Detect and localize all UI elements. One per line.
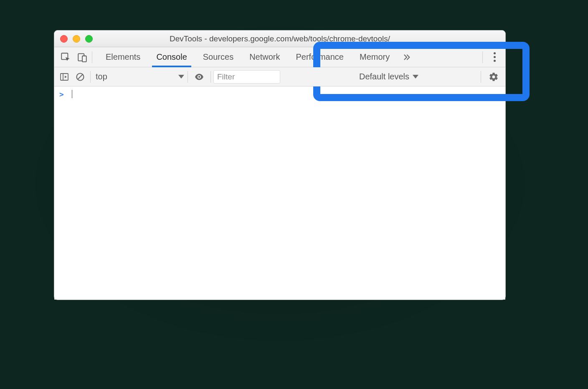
svg-rect-3 — [61, 74, 68, 80]
svg-marker-5 — [65, 76, 67, 78]
devtools-window: DevTools - developers.google.com/web/too… — [54, 30, 506, 300]
tab-elements[interactable]: Elements — [100, 47, 146, 67]
context-label: top — [96, 72, 107, 81]
svg-point-8 — [198, 76, 200, 77]
minimize-window-button[interactable] — [73, 35, 80, 43]
filter-input[interactable] — [213, 70, 280, 84]
tab-label: Network — [249, 52, 280, 62]
panel-tabstrip: Elements Console Sources Network Perform… — [54, 47, 505, 67]
divider — [92, 51, 92, 63]
tab-label: Performance — [296, 52, 344, 62]
titlebar: DevTools - developers.google.com/web/too… — [54, 31, 505, 47]
divider — [481, 71, 481, 83]
console-caret — [72, 90, 72, 98]
tab-performance[interactable]: Performance — [290, 47, 350, 67]
tab-overflow[interactable] — [400, 47, 414, 67]
console-toolbar-right — [481, 71, 505, 83]
live-expression-icon[interactable] — [194, 71, 205, 82]
zoom-window-button[interactable] — [85, 35, 93, 43]
console-toolbar-left — [54, 72, 90, 82]
tab-label: Console — [156, 52, 187, 62]
levels-label: Default levels — [359, 72, 409, 81]
tab-network[interactable]: Network — [243, 47, 286, 67]
clear-console-icon[interactable] — [75, 72, 85, 82]
device-toolbar-icon[interactable] — [77, 52, 88, 63]
tabstrip-right-tools — [482, 47, 505, 67]
tabstrip-left-tools — [54, 47, 92, 67]
close-window-button[interactable] — [60, 35, 68, 43]
chevron-double-right-icon — [402, 53, 411, 62]
console-toolbar: top Default levels — [54, 67, 505, 86]
window-title: DevTools - developers.google.com/web/too… — [54, 34, 505, 43]
console-body[interactable]: > — [54, 86, 505, 300]
tab-label: Memory — [360, 52, 390, 62]
tab-console[interactable]: Console — [150, 47, 193, 67]
divider — [90, 71, 91, 83]
tab-sources[interactable]: Sources — [197, 47, 239, 67]
prompt-chevron-icon: > — [59, 90, 64, 99]
tab-memory[interactable]: Memory — [354, 47, 395, 67]
tab-label: Sources — [203, 52, 233, 62]
svg-rect-2 — [82, 56, 86, 61]
execution-context-selector[interactable]: top — [96, 72, 188, 81]
chevron-down-icon — [178, 75, 184, 79]
settings-gear-icon[interactable] — [489, 72, 499, 82]
divider — [210, 71, 211, 83]
kebab-icon — [494, 56, 496, 58]
divider — [482, 51, 483, 63]
tab-label: Elements — [106, 52, 140, 62]
chevron-down-icon — [413, 75, 418, 79]
log-levels-selector[interactable]: Default levels — [359, 67, 418, 86]
more-menu-button[interactable] — [490, 52, 499, 63]
divider — [188, 71, 188, 83]
svg-line-7 — [78, 74, 83, 79]
inspect-element-icon[interactable] — [60, 52, 71, 63]
panel-tabs: Elements Console Sources Network Perform… — [100, 47, 414, 67]
toggle-sidebar-icon[interactable] — [59, 72, 69, 82]
traffic-lights — [60, 35, 93, 43]
